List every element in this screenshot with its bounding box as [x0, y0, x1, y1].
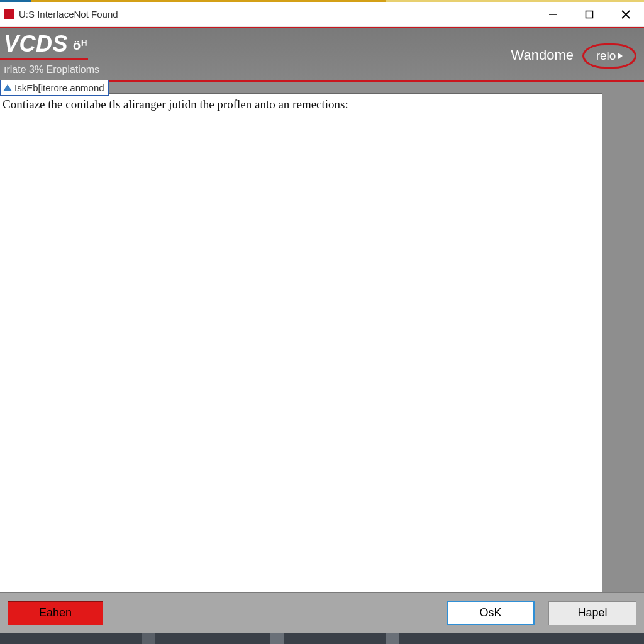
brand-text: VCDS [4, 31, 68, 57]
warning-tag-label: IskEb[iterore,anmond [14, 82, 104, 93]
app-banner: VCDSöᴴ ırlate 3% Eroplatioms Wandome rel… [0, 27, 644, 82]
banner-subtitle: ırlate 3% Eroplatioms [4, 64, 99, 75]
app-icon [4, 9, 14, 19]
svg-rect-1 [586, 11, 593, 18]
osk-button[interactable]: OsK [447, 601, 535, 625]
warning-tag[interactable]: IskEb[iterore,anmond [0, 80, 109, 96]
taskbar-strip [0, 633, 644, 644]
relo-button[interactable]: relo [582, 43, 636, 69]
osk-label: OsK [479, 606, 501, 619]
banner-link-wandome[interactable]: Wandome [511, 47, 574, 64]
minimize-button[interactable] [535, 2, 571, 26]
brand-underline [0, 58, 88, 60]
hapel-label: Hapel [577, 606, 607, 619]
eahen-label: Eahen [39, 606, 72, 619]
footer-bar: Eahen OsK Hapel [0, 592, 644, 633]
close-icon [621, 9, 631, 19]
titlebar[interactable]: U:S InterfaceNot Found [0, 2, 644, 27]
hapel-button[interactable]: Hapel [548, 601, 636, 625]
window-controls [535, 2, 644, 26]
app-window: U:S InterfaceNot Found VCDSöᴴ ırlate 3% … [0, 2, 644, 644]
brand-mark-icon: öᴴ [73, 38, 87, 53]
minimize-icon [548, 10, 557, 19]
body-area: IskEb[iterore,anmond Contiaze the conita… [0, 82, 644, 644]
eahen-button[interactable]: Eahen [8, 601, 103, 625]
brand-logo: VCDSöᴴ [4, 31, 87, 57]
maximize-button[interactable] [571, 2, 608, 26]
play-icon [618, 53, 623, 59]
window-title: U:S InterfaceNot Found [19, 9, 118, 19]
warning-icon [3, 84, 12, 91]
content-panel: Contiaze the conitabe tls aliranger juti… [0, 93, 602, 644]
content-message: Contiaze the conitabe tls aliranger juti… [0, 94, 602, 116]
relo-label: relo [596, 49, 616, 63]
close-button[interactable] [608, 2, 644, 26]
maximize-icon [585, 10, 594, 19]
